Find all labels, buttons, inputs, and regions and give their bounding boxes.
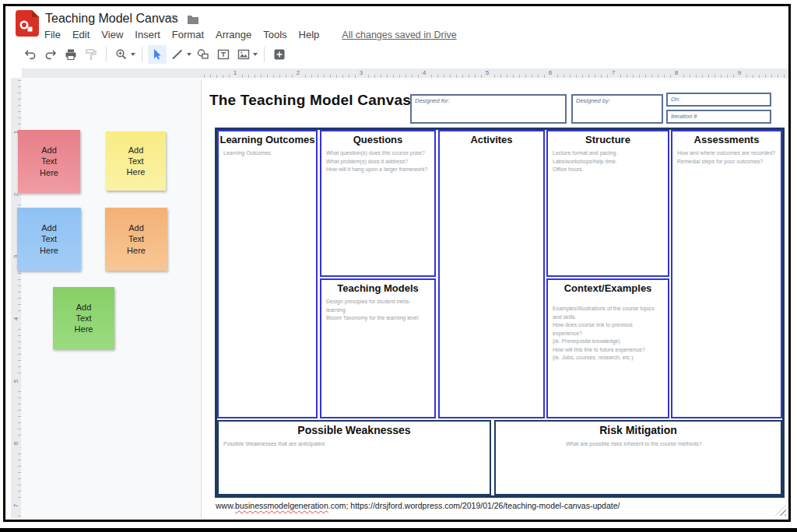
toolbar-separator xyxy=(142,47,142,62)
drawing-page[interactable]: The Teaching Model Canvas Designed for: … xyxy=(201,80,788,518)
zoom-dropdown-caret-icon[interactable] xyxy=(131,53,135,56)
section-hint: Learning Outcomes xyxy=(219,145,316,158)
toolbar xyxy=(20,44,290,65)
hruler-number: 8 xyxy=(672,68,681,78)
insert-image-button[interactable] xyxy=(234,45,253,64)
section-hint: Design principles for student meta-learn… xyxy=(321,294,434,323)
menu-bar: FileEditViewInsertFormatArrangeToolsHelp… xyxy=(44,29,457,40)
menu-file[interactable]: File xyxy=(44,29,61,40)
section-hint: Examples/Illustrations of the course top… xyxy=(548,294,668,362)
section-title: Teaching Models xyxy=(321,280,434,294)
sticky-note-blue[interactable]: Add Text Here xyxy=(17,208,81,271)
folder-icon[interactable] xyxy=(187,14,199,25)
insert-comment-button[interactable] xyxy=(270,45,289,64)
vruler-number: 7 xyxy=(12,501,21,511)
section-risk-mitigation[interactable]: Risk Mitigation What are possible risks … xyxy=(494,420,782,495)
section-hint: How and where outcomes are recorded? Rem… xyxy=(672,145,781,166)
star-icon[interactable]: ☆ xyxy=(167,12,177,26)
toolbar-separator xyxy=(264,47,265,62)
section-title: Questions xyxy=(321,131,434,145)
menu-arrange[interactable]: Arrange xyxy=(216,29,251,40)
menu-view[interactable]: View xyxy=(101,29,123,40)
iteration-field[interactable]: Iteration # xyxy=(666,110,771,124)
toolbar-separator xyxy=(106,47,107,62)
redo-button[interactable] xyxy=(41,45,60,64)
saved-status-link[interactable]: All changes saved in Drive xyxy=(342,30,456,40)
hruler-number: 6 xyxy=(546,68,555,78)
shape-tool-button[interactable] xyxy=(194,45,212,64)
hruler-number: 4 xyxy=(420,68,429,78)
canvas-grid-frame: Learning Outcomes Learning Outcomes Ques… xyxy=(215,128,785,498)
canvas-footer-text[interactable]: www.businessmodelgeneration.com; https:/… xyxy=(216,501,784,510)
hruler-number: 9 xyxy=(735,68,744,78)
undo-button[interactable] xyxy=(21,45,40,64)
section-hint: Possible Weaknesses that are anticipated xyxy=(219,436,490,449)
image-dropdown-caret-icon[interactable] xyxy=(253,53,258,56)
sticky-note-red[interactable]: Add Text Here xyxy=(18,130,80,193)
menu-format[interactable]: Format xyxy=(172,29,204,40)
vruler-number: 5 xyxy=(12,376,21,387)
section-hint: What question(s) does this course pose? … xyxy=(321,145,434,174)
section-title: Activites xyxy=(440,131,543,145)
footer-spellcheck-word: businessmodelgeneration xyxy=(235,501,328,510)
section-assessments[interactable]: Assessments How and where outcomes are r… xyxy=(671,130,782,418)
section-possible-weaknesses[interactable]: Possible Weaknesses Possible Weaknesses … xyxy=(217,420,491,495)
hruler-number: 5 xyxy=(483,68,492,78)
sticky-note-orange[interactable]: Add Text Here xyxy=(105,208,167,271)
canvas-title[interactable]: The Teaching Model Canvas xyxy=(209,92,411,109)
hruler-number: 2 xyxy=(293,68,303,78)
menu-help[interactable]: Help xyxy=(299,29,320,40)
section-title: Assessments xyxy=(672,131,781,145)
designed-for-field[interactable]: Designed for: xyxy=(410,94,567,124)
screenshot-bottom-edge xyxy=(0,528,797,532)
text-box-tool-button[interactable] xyxy=(214,45,233,64)
hruler-number: 1 xyxy=(230,68,240,78)
sticky-note-yellow[interactable]: Add Text Here xyxy=(106,131,166,191)
section-structure[interactable]: Structure Lecture format and pacing. Lab… xyxy=(546,130,669,277)
menu-insert[interactable]: Insert xyxy=(135,29,160,40)
document-title[interactable]: Teaching Model Canvas xyxy=(45,12,178,26)
section-title: Context/Examples xyxy=(548,280,668,294)
section-teaching-models[interactable]: Teaching Models Design principles for st… xyxy=(320,278,436,418)
section-learning-outcomes[interactable]: Learning Outcomes Learning Outcomes xyxy=(217,130,318,418)
section-context-examples[interactable]: Context/Examples Examples/Illustrations … xyxy=(546,278,669,418)
footer-suffix: .com; https://drsjford.wordpress.com/201… xyxy=(328,501,620,510)
designed-by-field[interactable]: Designed by: xyxy=(571,94,663,124)
hruler-number: 3 xyxy=(356,68,366,78)
section-title: Risk Mitigation xyxy=(496,422,781,436)
section-activites[interactable]: Activites xyxy=(438,130,545,418)
section-hint xyxy=(440,145,543,149)
sticky-note-green[interactable]: Add Text Here xyxy=(53,287,114,349)
section-hint: What are possible risks inherent to the … xyxy=(496,436,781,449)
section-questions[interactable]: Questions What question(s) does this cou… xyxy=(320,130,436,277)
menu-tools[interactable]: Tools xyxy=(263,29,286,40)
print-button[interactable] xyxy=(61,45,80,64)
zoom-tool-button[interactable] xyxy=(112,45,131,64)
section-hint: Lecture format and pacing. Labs/workshop… xyxy=(548,145,668,174)
on-field[interactable]: On: xyxy=(666,93,771,107)
paint-format-button[interactable] xyxy=(82,45,100,64)
section-title: Structure xyxy=(548,131,668,145)
section-title: Learning Outcomes xyxy=(219,131,316,145)
hruler-number: 7 xyxy=(609,68,618,78)
menu-edit[interactable]: Edit xyxy=(72,29,90,40)
vruler-number: 6 xyxy=(12,439,21,449)
footer-prefix: www. xyxy=(216,501,235,510)
section-title: Possible Weaknesses xyxy=(219,422,490,436)
vruler-number: 4 xyxy=(12,314,21,324)
horizontal-ruler-ticks xyxy=(204,68,788,78)
line-dropdown-caret-icon[interactable] xyxy=(187,53,191,56)
google-drawings-logo-icon[interactable] xyxy=(16,10,39,37)
select-tool-button[interactable] xyxy=(148,45,167,64)
line-tool-button[interactable] xyxy=(168,45,187,64)
